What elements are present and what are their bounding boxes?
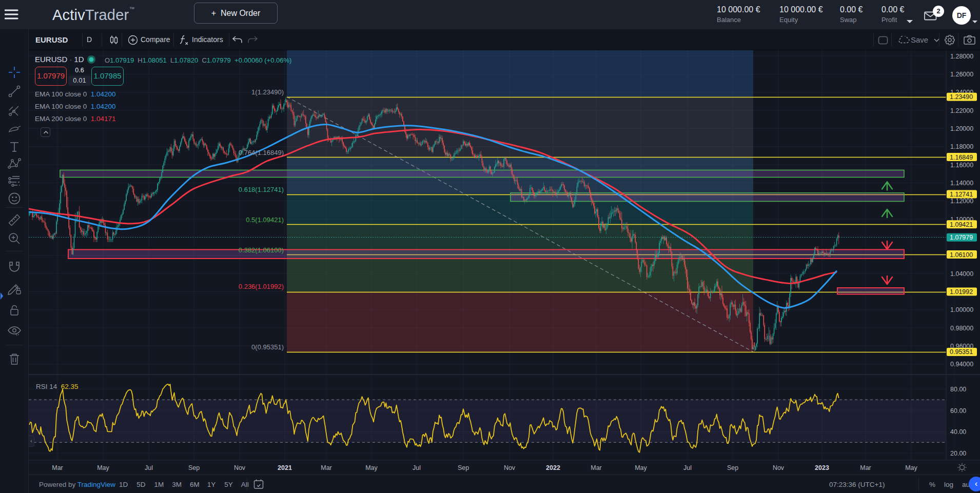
svg-text:40.00: 40.00 — [950, 428, 966, 436]
svg-text:1.00000: 1.00000 — [950, 306, 973, 313]
svg-text:2023: 2023 — [815, 464, 829, 471]
svg-text:1.01992: 1.01992 — [950, 288, 973, 295]
svg-text:May: May — [905, 464, 917, 471]
svg-text:May: May — [365, 464, 378, 471]
svg-text:1.28000: 1.28000 — [950, 53, 973, 60]
svg-text:1(1.23490): 1(1.23490) — [251, 88, 284, 96]
svg-text:Jul: Jul — [683, 464, 692, 471]
svg-text:Sep: Sep — [188, 464, 200, 471]
svg-text:0.94000: 0.94000 — [950, 361, 973, 368]
svg-text:Mar: Mar — [591, 464, 602, 471]
svg-text:1.06100: 1.06100 — [950, 251, 973, 259]
svg-text:May: May — [97, 464, 109, 471]
svg-text:0.98000: 0.98000 — [950, 325, 973, 332]
svg-text:1.23490: 1.23490 — [950, 93, 973, 101]
svg-text:1.26000: 1.26000 — [950, 71, 973, 78]
svg-text:1.07979: 1.07979 — [950, 234, 973, 241]
svg-text:1.22000: 1.22000 — [950, 107, 973, 114]
svg-text:0.236(1.01992): 0.236(1.01992) — [239, 283, 284, 290]
svg-text:20.00: 20.00 — [950, 450, 966, 457]
svg-text:1.16849: 1.16849 — [950, 154, 973, 161]
svg-text:Jul: Jul — [413, 464, 421, 471]
svg-text:Nov: Nov — [234, 464, 246, 471]
svg-text:1.20000: 1.20000 — [950, 125, 973, 132]
svg-text:1.12741: 1.12741 — [950, 191, 973, 198]
svg-text:Mar: Mar — [321, 464, 332, 471]
svg-text:Sep: Sep — [727, 464, 738, 471]
svg-text:80.00: 80.00 — [950, 386, 966, 393]
svg-text:Nov: Nov — [773, 464, 785, 471]
svg-text:1.14000: 1.14000 — [950, 180, 973, 187]
svg-text:0.95351: 0.95351 — [950, 348, 973, 356]
svg-text:1.12000: 1.12000 — [950, 198, 973, 205]
svg-text:1.09421: 1.09421 — [950, 221, 973, 228]
svg-text:0.382(1.06100): 0.382(1.06100) — [239, 246, 284, 254]
svg-text:0.764(1.16849): 0.764(1.16849) — [239, 149, 284, 156]
svg-text:0(0.95351): 0(0.95351) — [251, 343, 284, 351]
svg-text:2021: 2021 — [278, 464, 292, 471]
svg-text:1.04000: 1.04000 — [950, 270, 973, 278]
svg-text:Jul: Jul — [145, 464, 153, 471]
svg-text:Mar: Mar — [860, 464, 871, 471]
svg-text:2022: 2022 — [546, 464, 560, 471]
svg-text:May: May — [635, 464, 647, 471]
svg-text:1.16000: 1.16000 — [950, 162, 973, 169]
svg-text:Sep: Sep — [458, 464, 469, 471]
svg-text:0.618(1.12741): 0.618(1.12741) — [239, 186, 284, 193]
svg-text:60.00: 60.00 — [950, 407, 966, 415]
svg-text:Nov: Nov — [504, 464, 516, 471]
svg-text:0.5(1.09421): 0.5(1.09421) — [246, 216, 284, 224]
svg-text:Mar: Mar — [52, 464, 63, 471]
svg-text:1.18000: 1.18000 — [950, 143, 973, 150]
